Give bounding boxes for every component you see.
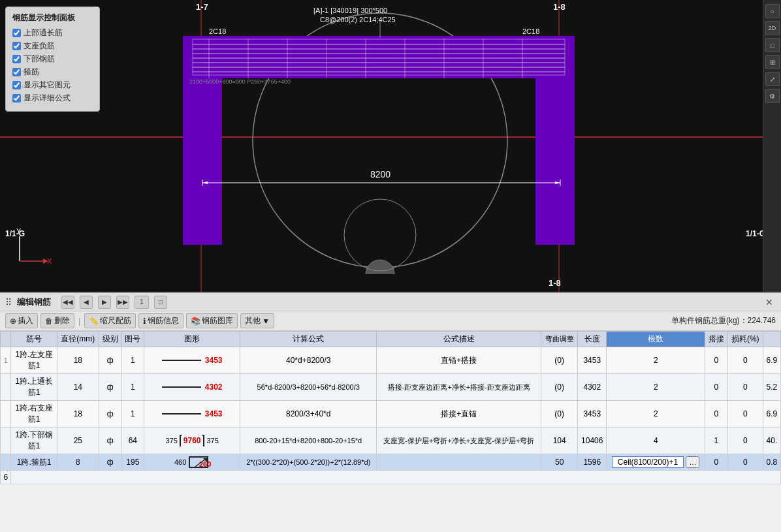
cell-lap: 0 <box>705 401 727 428</box>
checkbox-bottom-rebar[interactable]: 下部钢筋 <box>12 54 93 65</box>
rebar-table: 筋号 直径(mm) 级别 图号 图形 计算公式 公式描述 弯曲调整 长度 根数 … <box>0 331 781 484</box>
checkbox-detail-formula[interactable]: 显示详细公式 <box>12 93 93 104</box>
toolbar-btn-circle[interactable]: ○ <box>765 4 780 18</box>
cell-extra: 0.8 <box>763 454 780 471</box>
cell-desc: 支座宽-保护层+弯折+净长+支座宽-保护层+弯折 <box>377 428 541 454</box>
cell-empty <box>11 471 781 484</box>
nav-first-btn[interactable]: ◀◀ <box>61 296 74 309</box>
count-formula-confirm-btn[interactable]: … <box>686 456 699 468</box>
cell-rownum <box>1 374 11 401</box>
cell-count: 2 <box>607 374 705 401</box>
toolbar-area: ⊕ 插入 🗑 删除 | 📏 缩尺配筋 ℹ 钢筋信息 📚 钢筋图库 其他 ▼ 单构… <box>0 311 781 331</box>
cell-length: 1596 <box>577 454 606 471</box>
separator1: | <box>78 317 80 326</box>
cell-extra: 6.9 <box>763 347 780 374</box>
checkbox-other-elements[interactable]: 显示其它图元 <box>12 80 93 91</box>
svg-line-48 <box>195 459 206 467</box>
table-header-row: 筋号 直径(mm) 级别 图号 图形 计算公式 公式描述 弯曲调整 长度 根数 … <box>1 332 781 347</box>
delete-button[interactable]: 🗑 删除 <box>40 313 74 328</box>
library-icon: 📚 <box>191 317 200 326</box>
drag-handle[interactable]: ⠿ <box>5 297 12 307</box>
col-header-loss: 损耗(%) <box>727 332 763 347</box>
cell-bend: (0) <box>541 401 578 428</box>
cell-lap: 0 <box>705 454 727 471</box>
cell-lap: 0 <box>705 374 727 401</box>
cell-name: 1跨.箍筋1 <box>11 454 57 471</box>
nav-next-btn[interactable]: ▶ <box>98 296 111 309</box>
table-row[interactable]: 1跨.右支座筋1 18 ф 1 3453 8200/3+40*d 搭接+直锚 (… <box>1 401 781 428</box>
cell-desc <box>377 454 541 471</box>
toolbar-btn-cube[interactable]: □ <box>765 38 780 52</box>
info-icon: ℹ <box>143 317 146 326</box>
cell-desc: 搭接-距支座边距离+净长+搭接-距支座边距离 <box>377 374 541 401</box>
toolbar-btn-2d[interactable]: 2D <box>765 21 780 35</box>
cell-desc: 搭接+直锚 <box>377 401 541 428</box>
scale-icon: 📏 <box>89 317 99 326</box>
cell-name: 1跨.左支座筋1 <box>11 347 57 374</box>
cell-diameter: 18 <box>57 401 99 428</box>
cell-figno: 64 <box>121 428 144 454</box>
cell-grade: ф <box>99 347 121 374</box>
cell-loss: 0 <box>727 374 763 401</box>
cell-lap: 0 <box>705 347 727 374</box>
cell-name: 1跨.下部钢筋1 <box>11 428 57 454</box>
other-button[interactable]: 其他 ▼ <box>240 313 274 328</box>
checkbox-top-rebar[interactable]: 上部通长筋 <box>12 27 93 39</box>
cell-loss: 0 <box>727 401 763 428</box>
table-row[interactable]: 1跨.箍筋1 8 ф 195 460 260 <box>1 454 781 471</box>
cell-count: 2 <box>607 347 705 374</box>
col-header-count: 根数 <box>607 332 705 347</box>
table-row-empty: 6 <box>1 471 781 484</box>
total-weight-label: 单构件钢筋总重(kg)：224.746 <box>671 315 776 326</box>
insert-button[interactable]: ⊕ 插入 <box>5 313 38 328</box>
col-header-figno: 图号 <box>121 332 144 347</box>
col-header-desc: 公式描述 <box>377 332 541 347</box>
col-header-extra <box>763 332 780 347</box>
table-row[interactable]: 1跨.下部钢筋1 25 ф 64 375 9760 375 800-20+15* <box>1 428 781 454</box>
cell-diameter: 18 <box>57 347 99 374</box>
svg-text:8200: 8200 <box>370 169 390 180</box>
cell-figno: 1 <box>121 374 144 401</box>
svg-text:1/1-G: 1/1-G <box>5 229 25 238</box>
table-row[interactable]: 1 1跨.左支座筋1 18 ф 1 3453 40*d+8200/3 直锚+搭接… <box>1 347 781 374</box>
cell-grade: ф <box>99 374 121 401</box>
svg-text:2C18: 2C18 <box>522 27 539 35</box>
cell-bend: (0) <box>541 347 578 374</box>
cad-viewport[interactable]: [A]-1 [340019] 300*500 C8@200(2) 2C14;4C… <box>0 0 781 292</box>
svg-text:2C18: 2C18 <box>209 27 226 35</box>
table-row[interactable]: 1跨.上通长筋1 14 ф 1 4302 56*d-8200/3+8200+56… <box>1 374 781 401</box>
rebar-panel: ⠿ 编辑钢筋 ◀◀ ◀ ▶ ▶▶ 1 □ ✕ ⊕ 插入 🗑 删除 | 📏 缩尺配… <box>0 292 781 532</box>
nav-square-btn[interactable]: □ <box>154 296 167 309</box>
rebar-library-button[interactable]: 📚 钢筋图库 <box>186 313 238 328</box>
svg-text:2100+5000+800=900 P260+3765+40: 2100+5000+800=900 P260+3765+400 <box>189 78 291 85</box>
checkbox-stirrup[interactable]: 箍筋 <box>12 67 93 78</box>
svg-text:X: X <box>47 257 52 265</box>
checkbox-seat-rebar[interactable]: 支座负筋 <box>12 40 93 52</box>
cad-drawing: [A]-1 [340019] 300*500 C8@200(2) 2C14;4C… <box>0 0 781 292</box>
svg-text:1-7: 1-7 <box>196 2 208 12</box>
col-header-diameter: 直径(mm) <box>57 332 99 347</box>
close-button[interactable]: ✕ <box>763 296 776 309</box>
svg-text:Y: Y <box>16 227 22 235</box>
cell-name: 1跨.上通长筋1 <box>11 374 57 401</box>
count-formula-input[interactable] <box>612 456 684 468</box>
scale-config-button[interactable]: 📏 缩尺配筋 <box>84 313 136 328</box>
toolbar-btn-resize[interactable]: ⤢ <box>765 72 780 86</box>
toolbar-btn-expand[interactable]: ⊞ <box>765 55 780 69</box>
cell-count-formula[interactable]: … <box>607 454 705 471</box>
cell-bend: (0) <box>541 374 578 401</box>
nav-prev-btn[interactable]: ◀ <box>80 296 93 309</box>
cell-desc: 直锚+搭接 <box>377 347 541 374</box>
nav-last-btn[interactable]: ▶▶ <box>116 296 129 309</box>
toolbar-btn-settings[interactable]: ⚙ <box>765 89 780 103</box>
insert-icon: ⊕ <box>10 317 16 326</box>
cell-extra: 5.2 <box>763 374 780 401</box>
col-header-bend: 弯曲调整 <box>541 332 578 347</box>
cell-figno: 1 <box>121 401 144 428</box>
nav-num-btn[interactable]: 1 <box>135 296 149 309</box>
cell-formula: 2*((300-2*20)+(500-2*20))+2*(12.89*d) <box>240 454 377 471</box>
rebar-table-container[interactable]: 筋号 直径(mm) 级别 图号 图形 计算公式 公式描述 弯曲调整 长度 根数 … <box>0 331 781 532</box>
cell-count: 2 <box>607 401 705 428</box>
rebar-info-button[interactable]: ℹ 钢筋信息 <box>138 313 183 328</box>
col-header-name: 筋号 <box>11 332 57 347</box>
